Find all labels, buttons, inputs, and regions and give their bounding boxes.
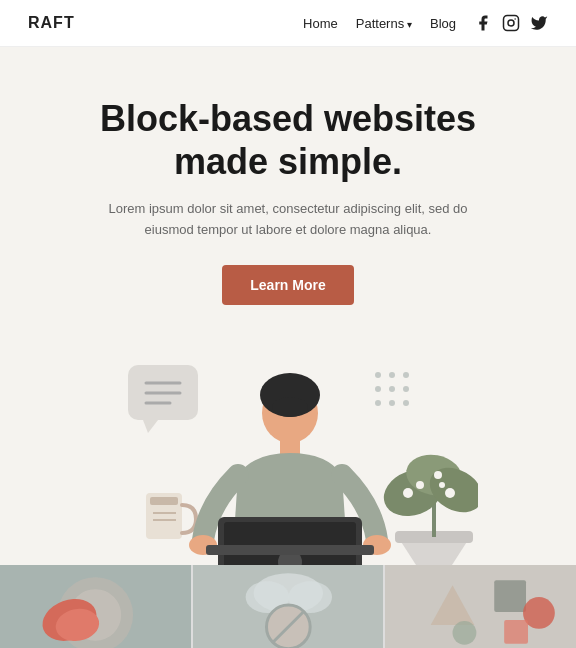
site-header: RAFT Home Patterns Blog xyxy=(0,0,576,47)
svg-rect-30 xyxy=(206,545,374,555)
twitter-icon[interactable] xyxy=(530,14,548,32)
nav-patterns[interactable]: Patterns xyxy=(356,16,412,31)
nav-home[interactable]: Home xyxy=(303,16,338,31)
svg-point-13 xyxy=(403,386,409,392)
nav-blog[interactable]: Blog xyxy=(430,16,456,31)
svg-point-1 xyxy=(508,20,514,26)
svg-point-23 xyxy=(272,397,308,417)
svg-point-2 xyxy=(514,18,516,20)
svg-marker-52 xyxy=(431,585,475,625)
svg-marker-7 xyxy=(143,420,158,433)
svg-rect-18 xyxy=(150,497,178,505)
svg-point-39 xyxy=(445,488,455,498)
svg-rect-53 xyxy=(505,620,529,644)
svg-point-14 xyxy=(375,400,381,406)
svg-point-36 xyxy=(403,488,413,498)
svg-point-8 xyxy=(375,372,381,378)
svg-point-11 xyxy=(375,386,381,392)
scene-svg xyxy=(98,345,478,565)
svg-rect-0 xyxy=(504,16,519,31)
hero-subtitle: Lorem ipsum dolor sit amet, consectetur … xyxy=(98,199,478,241)
svg-point-9 xyxy=(389,372,395,378)
social-links xyxy=(474,14,548,32)
card-1[interactable] xyxy=(0,565,191,648)
instagram-icon[interactable] xyxy=(502,14,520,32)
svg-point-54 xyxy=(453,621,477,645)
svg-rect-50 xyxy=(495,580,527,612)
site-logo: RAFT xyxy=(28,14,75,32)
cards-row xyxy=(0,565,576,648)
svg-point-40 xyxy=(439,482,445,488)
hero-title: Block-based websites made simple. xyxy=(60,97,516,183)
learn-more-button[interactable]: Learn More xyxy=(222,265,353,305)
card-2[interactable] xyxy=(193,565,384,648)
svg-point-12 xyxy=(389,386,395,392)
svg-point-37 xyxy=(416,481,424,489)
svg-point-15 xyxy=(389,400,395,406)
svg-point-38 xyxy=(434,471,442,479)
card-3[interactable] xyxy=(385,565,576,648)
facebook-icon[interactable] xyxy=(474,14,492,32)
svg-point-10 xyxy=(403,372,409,378)
hero-section: Block-based websites made simple. Lorem … xyxy=(0,47,576,325)
svg-rect-24 xyxy=(280,439,300,454)
main-nav: Home Patterns Blog xyxy=(303,14,548,32)
svg-point-16 xyxy=(403,400,409,406)
hero-illustration xyxy=(0,325,576,565)
